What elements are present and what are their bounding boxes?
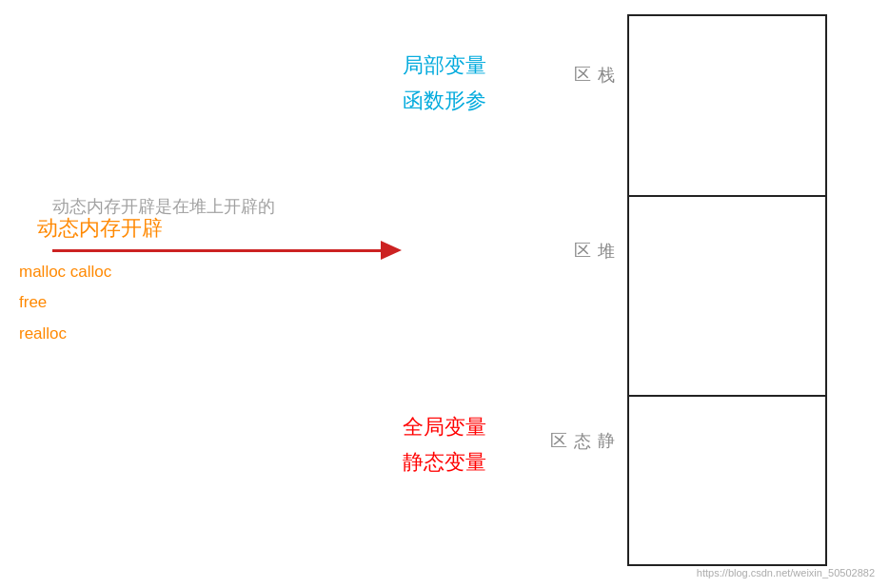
heap-section bbox=[629, 197, 825, 397]
static-line1: 全局变量 bbox=[0, 409, 889, 444]
stack-line2: 函数形参 bbox=[0, 83, 889, 118]
stack-line1: 局部变量 bbox=[0, 48, 889, 83]
heap-functions: malloc calloc free realloc bbox=[19, 257, 111, 349]
heap-label: 堆 区 bbox=[570, 228, 618, 230]
arrow-head bbox=[381, 241, 402, 260]
diagram: 动态内存开辟是在堆上开辟的 栈 区 堆 区 静 态 区 局部变量 函数形参 动态… bbox=[0, 0, 889, 588]
static-line2: 静态变量 bbox=[0, 444, 889, 480]
stack-content: 局部变量 函数形参 bbox=[0, 48, 889, 119]
arrow-line bbox=[52, 249, 395, 252]
heap-func-line1: malloc calloc bbox=[19, 257, 111, 287]
heap-func-line2: free bbox=[19, 287, 111, 318]
heap-func-line3: realloc bbox=[19, 319, 111, 349]
static-content: 全局变量 静态变量 bbox=[0, 409, 889, 480]
watermark: https://blog.csdn.net/weixin_50502882 bbox=[697, 567, 875, 578]
heap-title: 动态内存开辟 bbox=[10, 200, 190, 243]
